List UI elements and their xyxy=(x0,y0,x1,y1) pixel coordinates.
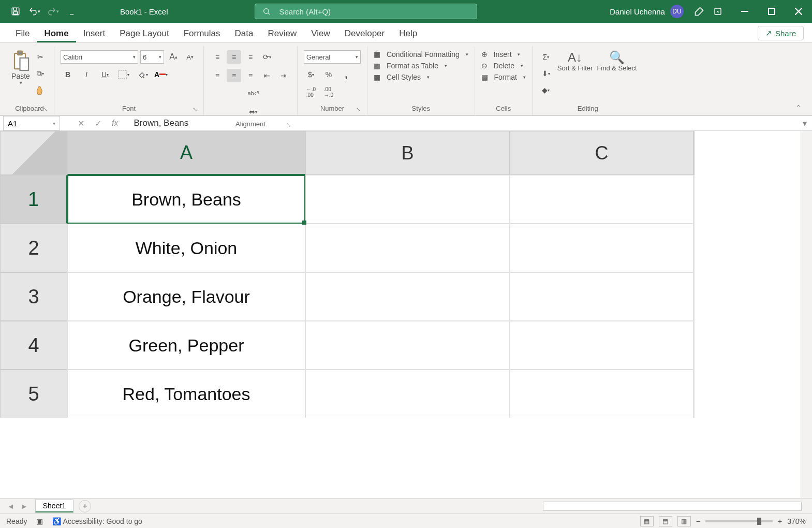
cancel-formula-icon[interactable]: ✕ xyxy=(78,119,84,128)
cell-D4[interactable] xyxy=(693,321,695,370)
fill-icon[interactable]: ⬇▾ xyxy=(539,67,553,80)
autosum-icon[interactable]: Σ▾ xyxy=(539,50,553,64)
tab-home[interactable]: Home xyxy=(37,24,76,42)
enter-formula-icon[interactable]: ✓ xyxy=(95,119,101,128)
col-header-A[interactable]: A xyxy=(67,131,305,175)
tab-developer[interactable]: Developer xyxy=(337,24,392,42)
cell-C4[interactable] xyxy=(510,321,693,370)
cell-B3[interactable] xyxy=(305,272,510,321)
row-header-4[interactable]: 4 xyxy=(0,321,67,370)
increase-decimal-icon[interactable]: ←.0.00 xyxy=(304,85,318,99)
cell-C3[interactable] xyxy=(510,272,693,321)
search-box[interactable]: Search (Alt+Q) xyxy=(255,4,477,19)
new-sheet-button[interactable]: + xyxy=(79,500,91,512)
clear-icon[interactable]: ◆▾ xyxy=(539,83,553,97)
percent-format-icon[interactable]: % xyxy=(321,68,336,81)
dialog-launcher-icon[interactable]: ⤡ xyxy=(286,122,291,128)
sheet-tab-1[interactable]: Sheet1 xyxy=(35,500,73,512)
redo-icon[interactable]: ▾ xyxy=(46,4,60,19)
close-icon[interactable] xyxy=(785,0,812,23)
insert-cells-button[interactable]: ⊕ Insert ▾ xyxy=(481,50,521,58)
share-button[interactable]: ↗Share xyxy=(758,26,804,40)
cell-A4[interactable]: Green, Pepper xyxy=(67,321,305,370)
number-format-dropdown[interactable]: General▾ xyxy=(304,50,361,64)
align-top-icon[interactable]: ≡ xyxy=(210,50,225,64)
page-break-view-icon[interactable]: ▥ xyxy=(677,516,691,526)
tab-help[interactable]: Help xyxy=(392,24,424,42)
cut-icon[interactable]: ✂ xyxy=(33,50,48,64)
zoom-in-icon[interactable]: + xyxy=(778,517,782,525)
accessibility-status[interactable]: ♿ Accessibility: Good to go xyxy=(52,517,142,525)
font-color-icon[interactable]: A▾ xyxy=(154,68,168,81)
cell-styles-button[interactable]: ▦ Cell Styles ▾ xyxy=(374,73,430,81)
format-painter-icon[interactable] xyxy=(33,83,48,97)
cell-C1[interactable] xyxy=(510,175,693,224)
cell-grid[interactable]: A B C 1 Brown, Beans 2 White, Onion 3 Or… xyxy=(0,131,695,498)
dialog-launcher-icon[interactable]: ⤡ xyxy=(193,106,197,113)
tab-insert[interactable]: Insert xyxy=(76,24,113,42)
macro-record-icon[interactable]: ▣ xyxy=(36,517,43,525)
dialog-launcher-icon[interactable]: ⤡ xyxy=(43,106,48,113)
align-left-icon[interactable]: ≡ xyxy=(210,69,225,82)
tab-formulas[interactable]: Formulas xyxy=(176,24,228,42)
select-all-corner[interactable] xyxy=(0,131,67,175)
cell-B2[interactable] xyxy=(305,224,510,272)
cell-D5[interactable] xyxy=(693,370,695,418)
chevron-down-icon[interactable]: ▾ xyxy=(20,80,22,85)
col-header-extra[interactable] xyxy=(693,131,695,175)
minimize-icon[interactable] xyxy=(731,0,758,23)
col-header-C[interactable]: C xyxy=(510,131,693,175)
align-middle-icon[interactable]: ≡ xyxy=(227,50,241,64)
expand-formula-icon[interactable]: ▾ xyxy=(798,119,812,128)
tab-view[interactable]: View xyxy=(304,24,337,42)
cell-D3[interactable] xyxy=(693,272,695,321)
paste-icon[interactable] xyxy=(11,50,30,72)
tab-page-layout[interactable]: Page Layout xyxy=(112,24,176,42)
wrap-text-icon[interactable]: ab⏎ xyxy=(243,86,263,100)
vertical-scrollbar[interactable] xyxy=(801,131,812,498)
font-size-dropdown[interactable]: 6▾ xyxy=(140,50,164,64)
sheet-prev-icon[interactable]: ◄ xyxy=(7,502,14,510)
normal-view-icon[interactable]: ▦ xyxy=(640,516,654,526)
decrease-font-icon[interactable]: A▾ xyxy=(183,50,197,64)
align-bottom-icon[interactable]: ≡ xyxy=(243,50,258,64)
name-box[interactable]: A1▾ xyxy=(3,116,60,130)
zoom-slider[interactable] xyxy=(705,520,773,522)
cell-A2[interactable]: White, Onion xyxy=(67,224,305,272)
fill-color-icon[interactable]: ▾ xyxy=(135,68,150,81)
copy-icon[interactable]: ⧉▾ xyxy=(33,67,48,80)
tab-review[interactable]: Review xyxy=(260,24,304,42)
cell-A3[interactable]: Orange, Flavour xyxy=(67,272,305,321)
cell-A5[interactable]: Red, Tomantoes xyxy=(67,370,305,418)
conditional-formatting-button[interactable]: ▦ Conditional Formatting ▾ xyxy=(374,50,468,58)
save-icon[interactable] xyxy=(8,4,23,19)
increase-font-icon[interactable]: A▴ xyxy=(166,50,181,64)
find-select-icon[interactable]: 🔍 xyxy=(609,50,625,65)
bold-button[interactable]: B xyxy=(61,68,75,81)
row-header-3[interactable]: 3 xyxy=(0,272,67,321)
zoom-out-icon[interactable]: − xyxy=(696,517,700,525)
accounting-format-icon[interactable]: $▾ xyxy=(304,68,318,81)
collapse-ribbon-icon[interactable]: ⌃ xyxy=(790,100,807,115)
col-header-B[interactable]: B xyxy=(305,131,510,175)
user-account[interactable]: Daniel Uchenna DU xyxy=(610,5,684,18)
comma-format-icon[interactable]: , xyxy=(339,68,353,81)
horizontal-scrollbar[interactable] xyxy=(543,502,802,511)
cell-A1[interactable]: Brown, Beans xyxy=(67,175,305,224)
ribbon-display-icon[interactable] xyxy=(704,0,731,23)
cell-B4[interactable] xyxy=(305,321,510,370)
tab-data[interactable]: Data xyxy=(228,24,261,42)
delete-cells-button[interactable]: ⊖ Delete ▾ xyxy=(481,62,523,70)
font-name-dropdown[interactable]: Calibri▾ xyxy=(61,50,138,64)
borders-icon[interactable]: ▾ xyxy=(116,68,131,81)
decrease-indent-icon[interactable]: ⇤ xyxy=(260,69,274,82)
format-as-table-button[interactable]: ▦ Format as Table ▾ xyxy=(374,62,447,70)
pen-icon[interactable] xyxy=(694,6,704,17)
align-right-icon[interactable]: ≡ xyxy=(243,69,258,82)
orientation-icon[interactable]: ⟳▾ xyxy=(260,50,274,64)
cell-D1[interactable] xyxy=(693,175,695,224)
fx-icon[interactable]: fx xyxy=(112,119,118,128)
undo-icon[interactable]: ▾ xyxy=(27,4,41,19)
increase-indent-icon[interactable]: ⇥ xyxy=(276,69,291,82)
cell-B1[interactable] xyxy=(305,175,510,224)
